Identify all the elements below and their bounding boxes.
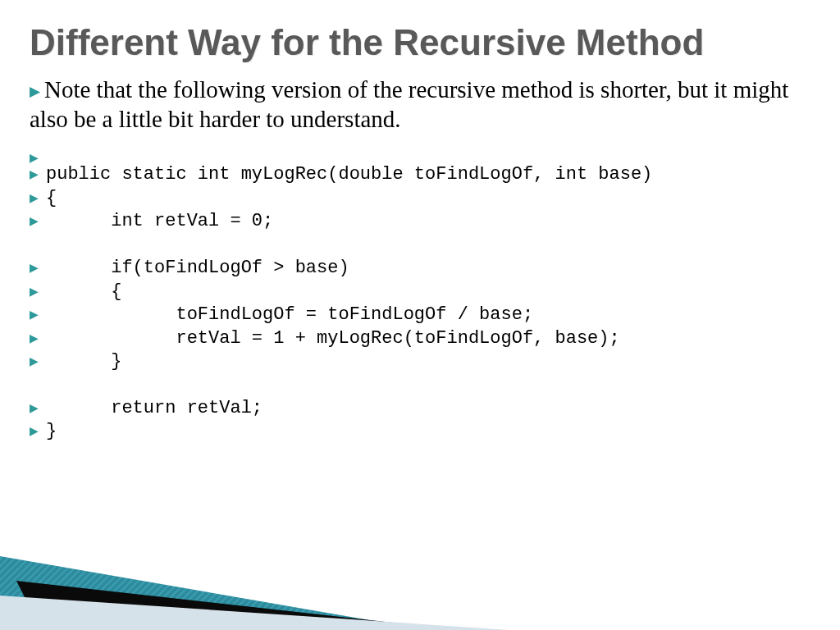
svg-marker-3 — [16, 581, 459, 630]
bullet-icon: ▶ — [30, 210, 46, 226]
slide-title: Different Way for the Recursive Method — [0, 0, 840, 75]
bullet-icon: ▶ — [30, 350, 46, 367]
svg-marker-2 — [0, 556, 427, 630]
bullet-icon: ▶ — [30, 327, 46, 344]
bullet-icon: ▶ — [30, 163, 46, 180]
code-block: ▶ ▶ public static int myLogRec(double to… — [0, 142, 840, 444]
code-line: return retVal; — [46, 397, 262, 421]
bullet-icon: ▶ — [30, 187, 46, 203]
bullet-icon: ▶ — [30, 147, 46, 163]
code-line: int retVal = 0; — [46, 210, 273, 234]
code-line: { — [46, 281, 121, 304]
code-line: public static int myLogRec(double toFind… — [46, 163, 652, 187]
bullet-icon: ▶ — [30, 257, 46, 273]
code-line: { — [46, 187, 57, 211]
code-line: retVal = 1 + myLogRec(toFindLogOf, base)… — [46, 327, 620, 351]
code-line: } — [46, 420, 57, 444]
intro-text: Note that the following version of the r… — [30, 76, 788, 131]
bullet-icon: ▶ — [30, 420, 46, 436]
slide-decoration — [0, 523, 840, 630]
bullet-icon: ▶ — [30, 397, 46, 413]
intro-paragraph: ▶Note that the following version of the … — [0, 75, 840, 142]
code-line: } — [46, 350, 121, 374]
bullet-icon: ▶ — [30, 304, 46, 320]
bullet-icon: ▶ — [30, 281, 46, 297]
bullet-icon: ▶ — [30, 84, 44, 101]
svg-marker-4 — [0, 596, 509, 630]
code-line: toFindLogOf = toFindLogOf / base; — [46, 304, 533, 327]
code-line: if(toFindLogOf > base) — [46, 257, 349, 281]
